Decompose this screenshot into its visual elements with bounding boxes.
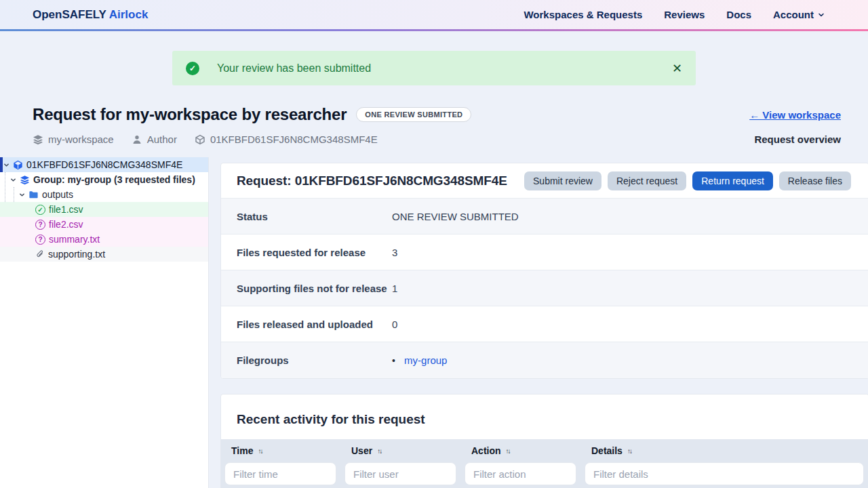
detail-label: Files released and uploaded — [237, 319, 392, 330]
nav-link-account[interactable]: Account — [773, 9, 825, 20]
detail-row-filegroups: Filegroups • my-group — [221, 342, 868, 378]
author-name: Author — [147, 134, 177, 145]
author-meta: Author — [132, 134, 177, 145]
detail-value: 3 — [392, 247, 397, 258]
app-logo[interactable]: OpenSAFELY Airlock — [33, 8, 148, 22]
nav-link-workspaces[interactable]: Workspaces & Requests — [524, 9, 642, 20]
check-circle-icon: ✓ — [186, 62, 199, 75]
workspace-meta: my-workspace — [33, 134, 114, 145]
file-tree: 01KFBFD61SFJ6N8CMG348SMF4E Group: my-gro… — [0, 157, 208, 262]
filter-action-input[interactable] — [465, 462, 576, 485]
sort-icon: ↑↓ — [506, 447, 510, 455]
release-files-button[interactable]: Release files — [779, 171, 851, 190]
chevron-down-icon — [3, 162, 9, 168]
tree-item-label: file2.csv — [49, 219, 83, 230]
request-meta: my-workspace Author 01KFBFD61SFJ6N8CMG34… — [33, 134, 841, 145]
activity-column-headers: Time ↑↓ User ↑↓ Action ↑↓ Details ↑↓ — [221, 439, 868, 462]
detail-label: Supporting files not for release — [237, 283, 392, 294]
tree-item-summary[interactable]: ? summary.txt — [0, 232, 208, 247]
brand-primary: OpenSAFELY — [33, 8, 106, 21]
tree-item-file2[interactable]: ? file2.csv — [0, 217, 208, 232]
chevron-down-icon — [19, 192, 25, 198]
request-overview-card: Request: 01KFBFD61SFJ6N8CMG348SMF4E Subm… — [220, 163, 868, 379]
sort-icon: ↑↓ — [258, 447, 262, 455]
tree-item-group[interactable]: Group: my-group (3 requested files) — [0, 172, 208, 187]
main-content: Request: 01KFBFD61SFJ6N8CMG348SMF4E Subm… — [220, 163, 868, 488]
column-label: Time — [231, 445, 253, 456]
check-circle-icon: ✓ — [35, 205, 45, 215]
view-workspace-link[interactable]: ← View workspace — [749, 109, 841, 121]
activity-table-head: Time ↑↓ User ↑↓ Action ↑↓ Details ↑↓ — [221, 439, 868, 488]
tree-item-label: Group: my-group (3 requested files) — [33, 174, 195, 185]
tree-item-supporting[interactable]: supporting.txt — [0, 247, 208, 262]
nav-links: Workspaces & Requests Reviews Docs Accou… — [524, 9, 825, 20]
page-header: Request for my-workspace by researcher O… — [33, 105, 841, 124]
tree-item-request-root[interactable]: 01KFBFD61SFJ6N8CMG348SMF4E — [0, 157, 208, 172]
recent-activity-card: Recent activity for this request Time ↑↓… — [220, 394, 868, 488]
tree-item-label: outputs — [42, 189, 73, 200]
sort-icon: ↑↓ — [627, 447, 631, 455]
request-actions: Submit review Reject request Return requ… — [524, 171, 851, 190]
request-card-header: Request: 01KFBFD61SFJ6N8CMG348SMF4E Subm… — [221, 163, 868, 199]
nav-link-docs[interactable]: Docs — [726, 9, 751, 20]
file-tree-sidebar: 01KFBFD61SFJ6N8CMG348SMF4E Group: my-gro… — [0, 157, 209, 488]
sort-icon: ↑↓ — [377, 447, 381, 455]
close-icon[interactable]: ✕ — [672, 62, 682, 75]
detail-row-files-requested: Files requested for release 3 — [221, 235, 868, 270]
column-header-action[interactable]: Action ↑↓ — [461, 445, 581, 456]
cube-icon — [13, 160, 23, 170]
column-header-details[interactable]: Details ↑↓ — [581, 445, 868, 456]
success-notification: ✓ Your review has been submitted ✕ — [172, 51, 696, 85]
filegroup-link[interactable]: my-group — [404, 354, 447, 366]
request-overview-label: Request overview — [754, 134, 841, 145]
detail-value: 1 — [392, 283, 397, 294]
tree-item-label: 01KFBFD61SFJ6N8CMG348SMF4E — [26, 159, 182, 170]
column-header-user[interactable]: User ↑↓ — [341, 445, 461, 456]
detail-row-status: Status ONE REVIEW SUBMITTED — [221, 199, 868, 235]
submit-review-button[interactable]: Submit review — [524, 171, 601, 190]
list-bullet: • — [392, 355, 395, 366]
filegroups-list: • my-group — [392, 354, 447, 366]
tree-item-label: summary.txt — [49, 234, 100, 245]
paperclip-icon — [35, 249, 45, 260]
navbar-gradient-border — [0, 29, 868, 31]
tree-item-file1[interactable]: ✓ file1.csv — [0, 202, 208, 217]
nav-link-reviews[interactable]: Reviews — [664, 9, 705, 20]
request-id-meta: 01KFBFD61SFJ6N8CMG348SMF4E — [195, 134, 378, 145]
layers-icon — [33, 134, 43, 145]
filter-time-input[interactable] — [224, 462, 336, 485]
brand-secondary: Airlock — [109, 8, 149, 21]
detail-label: Filegroups — [237, 354, 392, 366]
chevron-down-icon — [10, 177, 16, 183]
activity-filter-row — [221, 462, 868, 485]
detail-value: ONE REVIEW SUBMITTED — [392, 211, 519, 222]
cube-icon — [195, 134, 205, 145]
tree-item-outputs-folder[interactable]: outputs — [0, 187, 208, 202]
chevron-down-icon — [818, 12, 825, 18]
question-circle-icon: ? — [35, 220, 45, 230]
workspace-name: my-workspace — [48, 134, 114, 145]
user-icon — [132, 134, 142, 145]
notification-message: Your review has been submitted — [217, 62, 371, 75]
column-label: Details — [591, 445, 623, 456]
return-request-button[interactable]: Return request — [692, 171, 773, 190]
nav-link-label: Reviews — [664, 9, 705, 20]
detail-row-supporting-files: Supporting files not for release 1 — [221, 270, 868, 306]
folder-icon — [28, 190, 39, 200]
tree-item-label: supporting.txt — [48, 249, 105, 260]
column-label: User — [351, 445, 372, 456]
detail-row-files-released: Files released and uploaded 0 — [221, 306, 868, 342]
activity-header: Recent activity for this request — [221, 394, 868, 439]
column-label: Action — [471, 445, 501, 456]
column-header-time[interactable]: Time ↑↓ — [221, 445, 341, 456]
reject-request-button[interactable]: Reject request — [608, 171, 686, 190]
filter-details-input[interactable] — [585, 462, 864, 485]
layers-icon — [20, 175, 30, 185]
request-id: 01KFBFD61SFJ6N8CMG348SMF4E — [210, 134, 378, 145]
question-circle-icon: ? — [35, 235, 45, 245]
tree-item-label: file1.csv — [49, 204, 83, 215]
nav-link-label: Workspaces & Requests — [524, 9, 642, 20]
detail-label: Files requested for release — [237, 247, 392, 258]
filter-user-input[interactable] — [344, 462, 456, 485]
detail-label: Status — [237, 211, 392, 222]
